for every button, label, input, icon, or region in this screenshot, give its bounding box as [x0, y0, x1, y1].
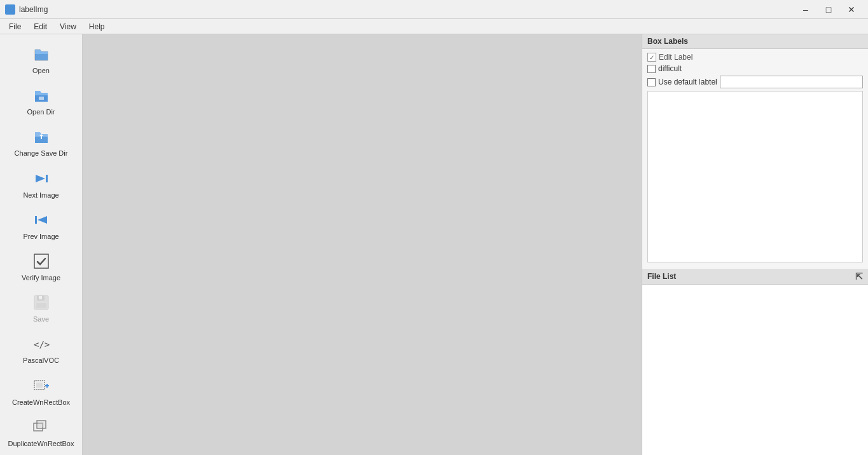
app-title: labelImg	[19, 5, 48, 14]
change-save-dir-icon	[31, 126, 52, 147]
app-icon	[5, 4, 15, 15]
box-labels-section: Box Labels ✓ Edit Label difficult Use de…	[642, 34, 868, 269]
file-list-expand-icon[interactable]: ⇱	[855, 271, 863, 282]
create-wn-rect-box-button[interactable]: CreateWnRectBox	[6, 371, 76, 411]
toolbar: Open Open Dir C	[0, 34, 83, 455]
minimize-button[interactable]: –	[794, 1, 817, 18]
difficult-row: difficult	[647, 64, 863, 73]
create-wn-rect-box-icon	[31, 376, 52, 396]
maximize-button[interactable]: □	[817, 1, 840, 18]
pascal-voc-label: PascalVOC	[23, 357, 59, 365]
duplicate-wn-rect-box-button[interactable]: DuplicateWnRectBox	[6, 412, 76, 452]
open-icon	[31, 44, 52, 64]
open-dir-button[interactable]: Open Dir	[6, 81, 76, 121]
svg-rect-20	[38, 422, 45, 427]
next-image-label: Next Image	[23, 191, 59, 200]
prev-image-label: Prev Image	[23, 233, 59, 241]
edit-label-text: Edit Label	[659, 53, 692, 62]
duplicate-wn-rect-box-label: DuplicateWnRectBox	[8, 440, 74, 448]
menu-file[interactable]: File	[3, 21, 27, 32]
box-labels-content: ✓ Edit Label difficult Use default labte…	[642, 49, 868, 269]
svg-rect-7	[35, 216, 37, 224]
labels-list-area[interactable]	[647, 91, 863, 262]
svg-rect-15	[36, 383, 43, 388]
create-wn-rect-box-label: CreateWnRectBox	[12, 398, 70, 407]
edit-label-row: ✓ Edit Label	[647, 53, 863, 62]
difficult-checkbox[interactable]	[647, 65, 656, 73]
file-list-content[interactable]	[642, 285, 868, 455]
main-layout: Open Open Dir C	[0, 34, 868, 455]
next-image-button[interactable]: Next Image	[6, 164, 76, 204]
change-save-dir-button[interactable]: Change Save Dir	[6, 122, 76, 162]
next-image-icon	[31, 168, 52, 189]
svg-rect-5	[46, 175, 48, 182]
window-controls: – □ ✕	[794, 1, 863, 18]
svg-text:</>: </>	[34, 339, 50, 350]
menu-help[interactable]: Help	[83, 21, 111, 32]
default-label-input[interactable]	[720, 76, 863, 88]
svg-marker-4	[36, 175, 45, 182]
svg-rect-2	[39, 97, 44, 100]
verify-image-label: Verify Image	[22, 274, 60, 282]
open-dir-label: Open Dir	[27, 108, 55, 116]
menu-edit[interactable]: Edit	[27, 21, 53, 32]
box-labels-header: Box Labels	[642, 34, 868, 49]
right-panel: Box Labels ✓ Edit Label difficult Use de…	[642, 34, 868, 455]
prev-image-button[interactable]: Prev Image	[6, 205, 76, 245]
close-button[interactable]: ✕	[840, 1, 863, 18]
verify-image-icon	[31, 251, 52, 271]
title-bar: labelImg – □ ✕	[0, 0, 868, 19]
change-save-dir-label: Change Save Dir	[15, 149, 68, 158]
open-dir-icon	[31, 85, 52, 105]
open-button[interactable]: Open	[6, 39, 76, 79]
verify-image-button[interactable]: Verify Image	[6, 247, 76, 287]
svg-rect-12	[39, 296, 42, 299]
file-list-header: File List ⇱	[642, 269, 868, 285]
menu-view[interactable]: View	[53, 21, 83, 32]
prev-image-icon	[31, 210, 52, 230]
file-list-section: File List ⇱	[642, 269, 868, 455]
menu-bar: File Edit View Help	[0, 19, 868, 34]
use-default-label-text: Use default labtel	[658, 78, 717, 86]
canvas-area[interactable]	[83, 34, 642, 455]
svg-marker-6	[38, 216, 47, 224]
pascal-voc-button[interactable]: </> PascalVOC	[6, 329, 76, 369]
save-button[interactable]: Save	[6, 288, 76, 328]
open-label: Open	[32, 67, 50, 75]
file-list-title: File List	[647, 272, 676, 281]
difficult-label: difficult	[658, 64, 682, 73]
default-label-row: Use default labtel	[647, 76, 863, 88]
pascal-voc-icon: </>	[31, 334, 52, 354]
save-label: Save	[33, 315, 49, 323]
use-default-label-checkbox[interactable]	[647, 78, 656, 86]
svg-rect-11	[36, 303, 46, 308]
save-icon	[31, 292, 52, 313]
svg-rect-8	[34, 254, 48, 268]
duplicate-wn-rect-box-icon	[31, 417, 52, 437]
edit-label-checkbox[interactable]: ✓	[647, 53, 656, 62]
